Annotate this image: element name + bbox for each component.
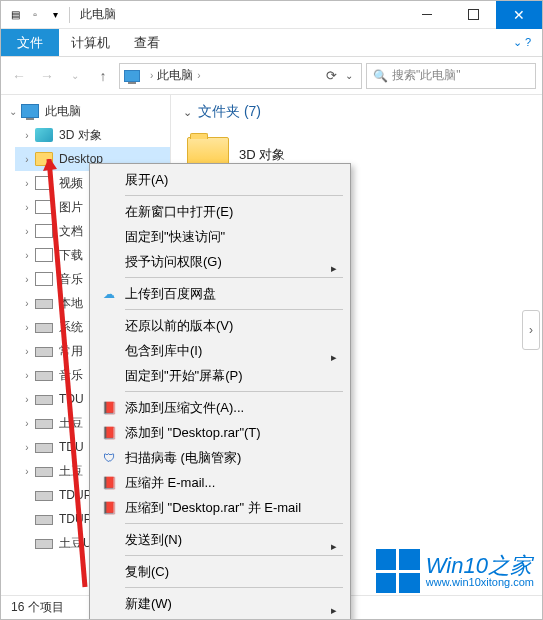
drive-icon xyxy=(35,395,53,405)
chevron-icon[interactable] xyxy=(21,442,33,453)
tree-item-label: 土豆 xyxy=(59,415,83,432)
menu-item[interactable]: 包含到库中(I) xyxy=(93,338,347,363)
menu-item[interactable]: 授予访问权限(G) xyxy=(93,249,347,274)
menu-item[interactable]: 新建(W) xyxy=(93,591,347,616)
chevron-icon[interactable] xyxy=(21,226,33,237)
menu-item-label: 扫描病毒 (电脑管家) xyxy=(125,449,241,467)
tree-item-label: 土豆U xyxy=(59,535,92,552)
back-button[interactable]: ← xyxy=(7,64,31,88)
breadcrumb[interactable]: 此电脑 xyxy=(157,67,193,84)
video-icon xyxy=(35,176,53,190)
chevron-down-icon[interactable]: ⌄ xyxy=(183,106,192,119)
search-box[interactable]: 🔍 搜索"此电脑" xyxy=(366,63,536,89)
chevron-icon[interactable] xyxy=(21,178,33,189)
drive-icon xyxy=(35,299,53,309)
this-pc-icon xyxy=(124,70,140,82)
menu-item[interactable]: 复制(C) xyxy=(93,559,347,584)
ribbon-expand-button[interactable]: ⌄ ? xyxy=(502,29,542,56)
chevron-icon[interactable] xyxy=(21,346,33,357)
menu-item[interactable]: 还原以前的版本(V) xyxy=(93,313,347,338)
menu-item-icon: ☁ xyxy=(101,286,117,302)
address-dropdown-icon[interactable]: ⌄ xyxy=(341,70,357,81)
menu-item-label: 压缩并 E-mail... xyxy=(125,474,215,492)
tree-item-label: 本地 xyxy=(59,295,83,312)
folders-section-header[interactable]: ⌄ 文件夹 (7) xyxy=(183,103,530,121)
menu-separator xyxy=(125,587,343,588)
watermark-text: Win10之家 www.win10xitong.com xyxy=(426,555,534,588)
section-title: 文件夹 (7) xyxy=(198,103,261,121)
context-menu[interactable]: 展开(A)在新窗口中打开(E)固定到"快速访问"授予访问权限(G)☁上传到百度网… xyxy=(89,163,351,620)
menu-separator xyxy=(125,555,343,556)
menu-item-label: 在新窗口中打开(E) xyxy=(125,203,233,221)
chevron-icon[interactable] xyxy=(21,394,33,405)
chevron-icon[interactable] xyxy=(21,130,33,141)
tree-item[interactable]: 3D 对象 xyxy=(15,123,170,147)
window-title: 此电脑 xyxy=(76,6,116,23)
watermark-title: Win10之家 xyxy=(426,555,534,577)
scroll-right-button[interactable]: › xyxy=(522,310,540,350)
tree-root-this-pc[interactable]: 此电脑 xyxy=(1,99,170,123)
menu-item[interactable]: 在新窗口中打开(E) xyxy=(93,199,347,224)
menu-item[interactable]: 📕压缩并 E-mail... xyxy=(93,470,347,495)
this-pc-icon xyxy=(21,104,39,118)
item-count: 16 个项目 xyxy=(11,599,64,616)
drive-icon xyxy=(35,323,53,333)
drive-icon xyxy=(35,347,53,357)
drive-icon xyxy=(35,419,53,429)
music-icon xyxy=(35,272,53,286)
up-button[interactable]: ↑ xyxy=(91,64,115,88)
menu-item-icon: 🛡 xyxy=(101,450,117,466)
chevron-icon[interactable] xyxy=(21,370,33,381)
menu-item[interactable]: 展开(A) xyxy=(93,167,347,192)
menu-separator xyxy=(125,391,343,392)
file-tab[interactable]: 文件 xyxy=(1,29,59,56)
tab-view[interactable]: 查看 xyxy=(122,29,172,56)
chevron-icon[interactable] xyxy=(21,154,33,165)
chevron-icon[interactable] xyxy=(21,298,33,309)
menu-item[interactable]: 固定到"开始"屏幕(P) xyxy=(93,363,347,388)
cube-icon xyxy=(35,128,53,142)
forward-button[interactable]: → xyxy=(35,64,59,88)
menu-item[interactable]: 📕压缩到 "Desktop.rar" 并 E-mail xyxy=(93,495,347,520)
close-button[interactable]: ✕ xyxy=(496,1,542,29)
menu-item-label: 还原以前的版本(V) xyxy=(125,317,233,335)
tree-item-label: TDU xyxy=(59,392,84,406)
menu-item[interactable]: 固定到"快速访问" xyxy=(93,224,347,249)
app-icon: ▤ xyxy=(7,7,23,23)
tree-item-label: TDU xyxy=(59,440,84,454)
menu-item-label: 包含到库中(I) xyxy=(125,342,202,360)
menu-item[interactable]: 发送到(N) xyxy=(93,527,347,552)
chevron-icon[interactable] xyxy=(21,322,33,333)
maximize-button[interactable] xyxy=(450,1,496,29)
tree-item-label: 视频 xyxy=(59,175,83,192)
minimize-button[interactable] xyxy=(404,1,450,29)
tab-computer[interactable]: 计算机 xyxy=(59,29,122,56)
refresh-button[interactable]: ⟳ xyxy=(326,68,337,83)
history-dropdown[interactable]: ⌄ xyxy=(63,64,87,88)
chevron-down-icon[interactable] xyxy=(7,106,19,117)
menu-separator xyxy=(125,309,343,310)
menu-item-label: 新建(W) xyxy=(125,595,172,613)
menu-item[interactable]: 🛡扫描病毒 (电脑管家) xyxy=(93,445,347,470)
menu-item[interactable]: ☁上传到百度网盘 xyxy=(93,281,347,306)
menu-item-label: 添加到 "Desktop.rar"(T) xyxy=(125,424,261,442)
chevron-icon[interactable] xyxy=(21,418,33,429)
chevron-icon[interactable] xyxy=(21,466,33,477)
tree-item-label: TDUP xyxy=(59,512,92,526)
menu-item[interactable]: 📕添加到压缩文件(A)... xyxy=(93,395,347,420)
qat-icon-1[interactable]: ▫ xyxy=(27,7,43,23)
chevron-icon[interactable] xyxy=(21,250,33,261)
drive-icon xyxy=(35,371,53,381)
drive-icon xyxy=(35,539,53,549)
tree-item-label: 常用 xyxy=(59,343,83,360)
menu-item[interactable]: 📕添加到 "Desktop.rar"(T) xyxy=(93,420,347,445)
chevron-icon[interactable] xyxy=(21,274,33,285)
down-icon xyxy=(35,248,53,262)
windows-logo-icon xyxy=(376,549,420,593)
tree-root-label: 此电脑 xyxy=(45,103,81,120)
address-bar[interactable]: › 此电脑 › ⟳ ⌄ xyxy=(119,63,362,89)
search-placeholder: 搜索"此电脑" xyxy=(392,67,461,84)
quick-access-icons: ▤ ▫ ▾ xyxy=(1,7,63,23)
qat-icon-2[interactable]: ▾ xyxy=(47,7,63,23)
chevron-icon[interactable] xyxy=(21,202,33,213)
